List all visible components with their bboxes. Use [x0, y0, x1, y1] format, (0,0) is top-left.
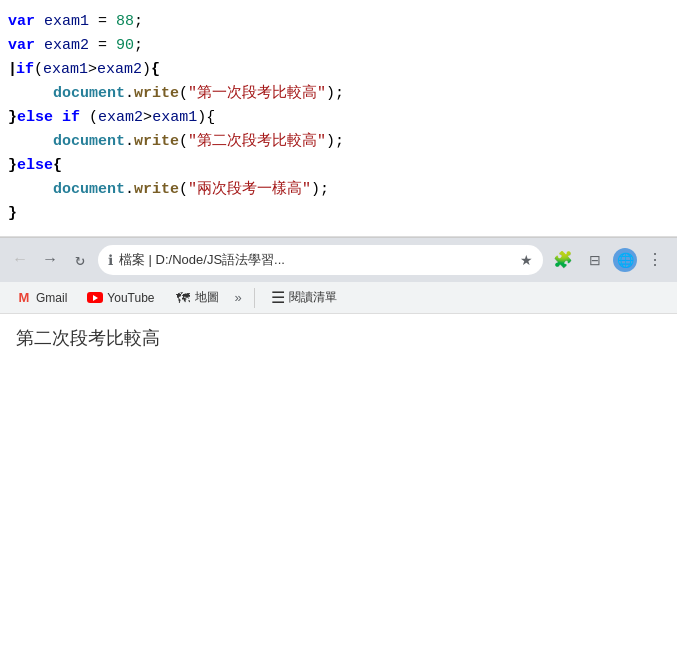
- profile-avatar[interactable]: 🌐: [613, 248, 637, 272]
- browser-window: ← → ↻ ℹ 檔案 | D:/Node/JS語法學習... ★ 🧩 ⊟ 🌐 ⋮: [0, 237, 677, 654]
- info-icon: ℹ: [108, 252, 113, 268]
- if-exam2: exam2: [97, 58, 142, 82]
- puzzle-icon: 🧩: [553, 250, 573, 270]
- toolbar-icons: 🧩 ⊟ 🌐 ⋮: [549, 246, 669, 274]
- dot2: .: [125, 130, 134, 154]
- doc-obj3: document: [53, 178, 125, 202]
- code-line-9: }: [0, 202, 677, 226]
- doc-obj2: document: [53, 130, 125, 154]
- gt: >: [88, 58, 97, 82]
- more-icon: ⋮: [647, 250, 663, 270]
- write-fn1: write: [134, 82, 179, 106]
- keyword-if2: if: [62, 106, 80, 130]
- paren-close: ): [142, 58, 151, 82]
- gmail-icon: M: [16, 290, 32, 306]
- paren2c: ){: [197, 106, 215, 130]
- toolbar-separator: [254, 288, 255, 308]
- refresh-icon: ↻: [75, 250, 85, 270]
- semi1: ;: [134, 10, 143, 34]
- var-exam2: exam2: [44, 34, 89, 58]
- code-line-7: }else{: [0, 154, 677, 178]
- puzzle-button[interactable]: 🧩: [549, 246, 577, 274]
- code-space: [35, 10, 44, 34]
- num-88: 88: [116, 10, 134, 34]
- dot1: .: [125, 82, 134, 106]
- bookmark-gmail-label: Gmail: [36, 291, 67, 305]
- bookmark-gmail[interactable]: M Gmail: [8, 287, 75, 309]
- keyword-if: if: [16, 58, 34, 82]
- maps-icon: 🗺: [175, 290, 191, 306]
- str1: "第一次段考比較高": [188, 82, 326, 106]
- var-exam1: exam1: [44, 10, 89, 34]
- ei-exam1: exam1: [152, 106, 197, 130]
- refresh-button[interactable]: ↻: [68, 248, 92, 272]
- close-brace2: }: [8, 154, 17, 178]
- dot3: .: [125, 178, 134, 202]
- open-brace2: {: [53, 154, 62, 178]
- url-text: 檔案 | D:/Node/JS語法學習...: [119, 251, 514, 269]
- forward-button[interactable]: →: [38, 248, 62, 272]
- str3: "兩次段考一樣高": [188, 178, 311, 202]
- sp2: [80, 106, 89, 130]
- write-fn3: write: [134, 178, 179, 202]
- bookmark-maps[interactable]: 🗺 地圖: [167, 286, 227, 309]
- write-fn2: write: [134, 130, 179, 154]
- reading-list-button[interactable]: ☰ 閱讀清單: [263, 285, 345, 310]
- keyword-var: var: [8, 10, 35, 34]
- browser-toolbar: ← → ↻ ℹ 檔案 | D:/Node/JS語法學習... ★ 🧩 ⊟ 🌐 ⋮: [0, 238, 677, 282]
- paren2: (: [89, 106, 98, 130]
- paren4c: );: [311, 178, 329, 202]
- keyword-var2: var: [8, 34, 35, 58]
- media-router-button[interactable]: ⊟: [581, 246, 609, 274]
- keyword-else1: else: [17, 106, 53, 130]
- code-line-5: }else if (exam2>exam1){: [0, 106, 677, 130]
- keyword-else2: else: [17, 154, 53, 178]
- code-editor: var exam1 = 88 ; var exam2 = 90 ; |if(ex…: [0, 0, 677, 237]
- media-router-icon: ⊟: [589, 252, 601, 268]
- paren-open: (: [34, 58, 43, 82]
- code-line-1: var exam1 = 88 ;: [0, 10, 677, 34]
- indent2: [8, 130, 53, 154]
- indent3: [8, 178, 53, 202]
- code-line-8: document.write("兩次段考一樣高");: [0, 178, 677, 202]
- reader-icon: ☰: [271, 288, 285, 307]
- avatar-image: 🌐: [617, 252, 634, 269]
- youtube-icon: [87, 290, 103, 306]
- code-assign: =: [89, 10, 116, 34]
- paren1: (: [179, 82, 188, 106]
- gt2: >: [143, 106, 152, 130]
- code-line-3: |if(exam1>exam2){: [0, 58, 677, 82]
- paren3: (: [179, 130, 188, 154]
- address-bar[interactable]: ℹ 檔案 | D:/Node/JS語法學習... ★: [98, 245, 543, 275]
- close-brace1: }: [8, 106, 17, 130]
- semi2: ;: [134, 34, 143, 58]
- num-90: 90: [116, 34, 134, 58]
- close-brace3: }: [8, 202, 17, 226]
- paren1c: );: [326, 82, 344, 106]
- browser-content: 第二次段考比較高: [0, 314, 677, 654]
- output-text: 第二次段考比較高: [16, 326, 661, 350]
- bookmark-youtube-label: YouTube: [107, 291, 154, 305]
- code-line-4: document.write("第一次段考比較高");: [0, 82, 677, 106]
- bookmarks-bar: M Gmail YouTube 🗺 地圖 » ☰ 閱讀清單: [0, 282, 677, 314]
- more-bookmarks-button[interactable]: »: [231, 288, 246, 307]
- forward-icon: →: [45, 251, 55, 269]
- doc-obj1: document: [53, 82, 125, 106]
- more-menu-button[interactable]: ⋮: [641, 246, 669, 274]
- bookmark-youtube[interactable]: YouTube: [79, 287, 162, 309]
- code-line-6: document.write("第二次段考比較高");: [0, 130, 677, 154]
- indent1: [8, 82, 53, 106]
- yt-play-icon: [93, 295, 98, 301]
- str2: "第二次段考比較高": [188, 130, 326, 154]
- code-assign2: =: [89, 34, 116, 58]
- paren4: (: [179, 178, 188, 202]
- back-button[interactable]: ←: [8, 248, 32, 272]
- code-line-2: var exam2 = 90 ;: [0, 34, 677, 58]
- reader-label: 閱讀清單: [289, 289, 337, 306]
- bookmark-maps-label: 地圖: [195, 289, 219, 306]
- open-brace1: {: [151, 58, 160, 82]
- sp1: [53, 106, 62, 130]
- ei-exam2: exam2: [98, 106, 143, 130]
- star-icon: ★: [520, 252, 533, 268]
- paren3c: );: [326, 130, 344, 154]
